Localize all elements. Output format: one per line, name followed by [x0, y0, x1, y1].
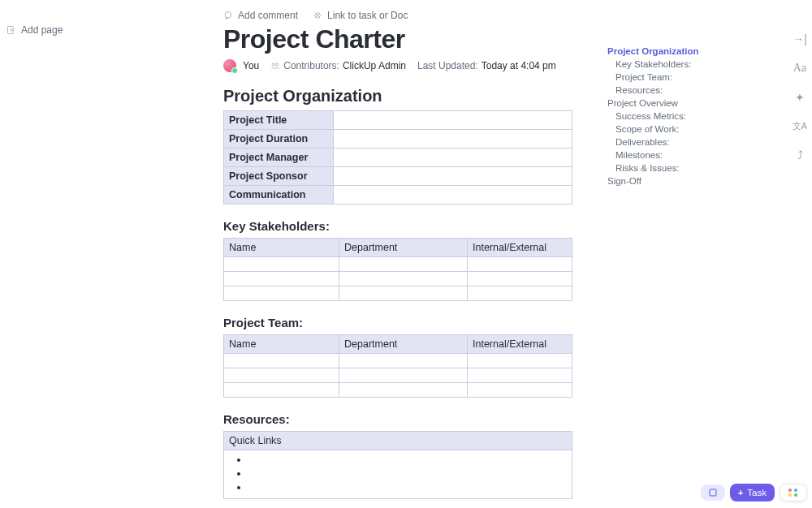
task-label: Task	[747, 488, 767, 497]
doc-title[interactable]: Project Charter	[223, 24, 572, 54]
updated-chip: Last Updated: Today at 4:04 pm	[417, 60, 556, 71]
people-icon	[270, 61, 280, 71]
updated-label: Last Updated:	[417, 60, 478, 71]
doc-meta: You Contributors: ClickUp Admin Last Upd…	[223, 59, 572, 72]
author-name: You	[243, 60, 259, 71]
org-row-sponsor[interactable]: Project Sponsor	[224, 167, 334, 186]
translate-icon[interactable]: 文A	[793, 120, 807, 132]
share-icon[interactable]: ⤴	[797, 149, 803, 161]
resources-header[interactable]: Quick Links	[224, 432, 572, 450]
collapse-icon[interactable]: →|	[793, 32, 807, 45]
outline-item[interactable]: Success Metrics:	[607, 110, 754, 123]
svg-rect-6	[710, 489, 716, 496]
table-header-row: Name Department Internal/External	[224, 239, 572, 257]
table-row	[224, 368, 572, 383]
outline-panel: Project Organization Key Stakeholders: P…	[607, 45, 754, 187]
table-row	[224, 383, 572, 398]
org-row-title[interactable]: Project Title	[224, 111, 334, 130]
org-cell[interactable]	[334, 111, 572, 130]
outline-item[interactable]: Milestones:	[607, 149, 754, 161]
outline-item[interactable]: Project Overview	[607, 97, 754, 110]
table-row: Project Manager	[224, 149, 572, 167]
outline-item[interactable]: Scope of Work:	[607, 123, 754, 136]
contributors-label: Contributors:	[283, 60, 339, 71]
list-item[interactable]	[248, 481, 557, 495]
org-row-comm[interactable]: Communication	[224, 186, 334, 204]
author-chip[interactable]: You	[223, 59, 259, 72]
col-name[interactable]: Name	[224, 239, 339, 257]
table-row: Project Duration	[224, 130, 572, 149]
avatar	[223, 59, 236, 72]
add-page-button[interactable]: Add page	[6, 24, 63, 36]
org-cell[interactable]	[334, 130, 572, 149]
section-resources-heading[interactable]: Resources:	[223, 412, 572, 426]
org-cell[interactable]	[334, 167, 572, 186]
note-button[interactable]	[701, 484, 725, 501]
contributors-value: ClickUp Admin	[343, 60, 406, 71]
task-button[interactable]: + Task	[730, 484, 775, 502]
table-row: Project Sponsor	[224, 167, 572, 186]
section-stakeholders-heading[interactable]: Key Stakeholders:	[223, 219, 572, 233]
typography-icon[interactable]: Aa	[793, 62, 806, 75]
outline-item[interactable]: Deliverables:	[607, 136, 754, 149]
outline-item[interactable]: Resources:	[607, 84, 754, 97]
link-icon	[313, 11, 322, 20]
outline-item[interactable]: Risks & Issues:	[607, 161, 754, 174]
plus-page-icon	[6, 25, 16, 35]
resources-links[interactable]	[223, 450, 572, 499]
updated-value: Today at 4:04 pm	[482, 60, 556, 71]
team-table[interactable]: Name Department Internal/External	[223, 334, 572, 398]
org-row-duration[interactable]: Project Duration	[224, 130, 334, 149]
comment-icon	[223, 11, 233, 20]
col-intext[interactable]: Internal/External	[468, 335, 572, 354]
bottom-actions: + Task	[701, 484, 807, 502]
section-team-heading[interactable]: Project Team:	[223, 316, 572, 329]
list-item[interactable]	[248, 454, 557, 467]
col-name[interactable]: Name	[224, 335, 339, 354]
section-org-heading[interactable]: Project Organization	[223, 87, 572, 105]
table-row: Communication	[224, 186, 572, 204]
table-row	[224, 286, 572, 301]
resources-table[interactable]: Quick Links	[223, 431, 572, 450]
svg-point-4	[273, 63, 275, 66]
stakeholders-table[interactable]: Name Department Internal/External	[223, 238, 572, 301]
table-row	[224, 257, 572, 272]
outline-item[interactable]: Project Team:	[607, 71, 754, 84]
note-icon	[709, 489, 717, 497]
sparkle-icon[interactable]: ✦	[795, 91, 805, 104]
link-task-button[interactable]: Link to task or Doc	[313, 10, 408, 21]
org-row-manager[interactable]: Project Manager	[224, 149, 334, 167]
org-table[interactable]: Project Title Project Duration Project M…	[223, 110, 572, 204]
document-main: Add comment Link to task or Doc Project …	[223, 10, 572, 499]
plus-icon: +	[738, 488, 744, 497]
add-comment-label: Add comment	[238, 10, 298, 21]
list-item[interactable]	[248, 467, 557, 481]
svg-point-5	[276, 63, 279, 66]
outline-item[interactable]: Key Stakeholders:	[607, 58, 754, 71]
table-header-row: Name Department Internal/External	[224, 335, 572, 354]
table-row: Project Title	[224, 111, 572, 130]
add-comment-button[interactable]: Add comment	[223, 10, 298, 21]
svg-point-3	[225, 12, 231, 19]
apps-icon	[788, 489, 798, 497]
col-intext[interactable]: Internal/External	[468, 239, 572, 257]
col-dept[interactable]: Department	[339, 335, 468, 354]
table-row	[224, 272, 572, 286]
outline-item[interactable]: Project Organization	[607, 45, 754, 58]
org-cell[interactable]	[334, 149, 572, 167]
add-page-label: Add page	[21, 24, 63, 36]
top-actions: Add comment Link to task or Doc	[223, 10, 572, 21]
outline-item[interactable]: Sign-Off	[607, 174, 754, 187]
right-rail: →| Aa ✦ 文A ⤴	[788, 32, 812, 161]
org-cell[interactable]	[334, 186, 572, 204]
contributors-chip[interactable]: Contributors: ClickUp Admin	[270, 60, 406, 71]
table-row	[224, 354, 572, 368]
col-dept[interactable]: Department	[339, 239, 468, 257]
link-task-label: Link to task or Doc	[327, 10, 408, 21]
apps-button[interactable]	[780, 484, 807, 502]
